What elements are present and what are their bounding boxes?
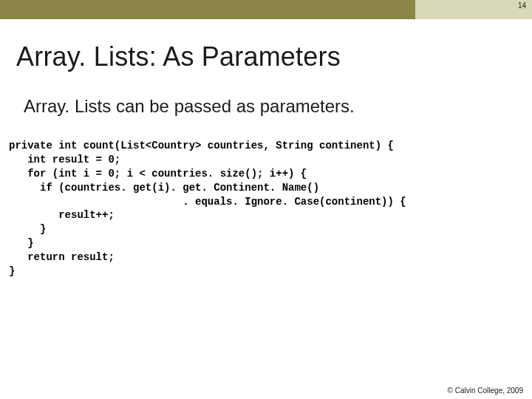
header-bar-light: 14 (415, 0, 532, 19)
header-bar: 14 (0, 0, 532, 19)
footer-copyright: © Calvin College, 2009 (448, 386, 523, 395)
page-number: 14 (518, 1, 526, 10)
slide-title: Array. Lists: As Parameters (16, 41, 516, 72)
slide-subtitle: Array. Lists can be passed as parameters… (24, 96, 516, 117)
header-bar-dark (0, 0, 415, 19)
code-block: private int count(List<Country> countrie… (9, 139, 516, 279)
slide-content: Array. Lists: As Parameters Array. Lists… (0, 19, 532, 279)
